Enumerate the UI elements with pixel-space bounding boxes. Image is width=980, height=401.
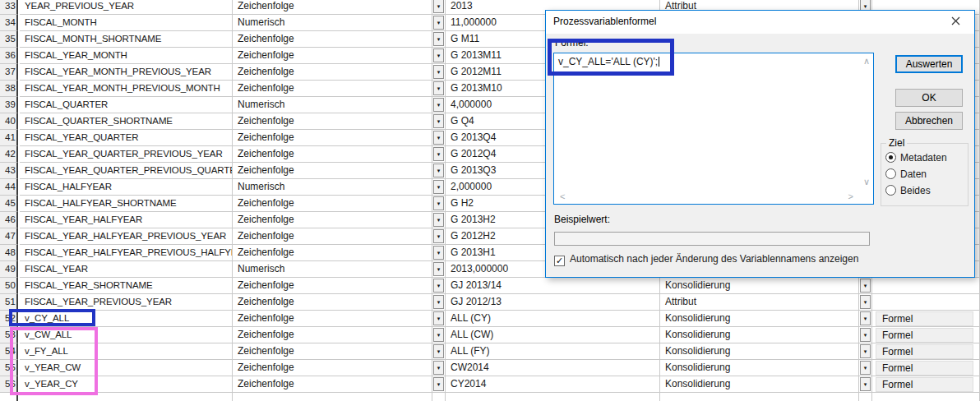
variable-name-cell[interactable]: FISCAL_YEAR_PREVIOUS_YEAR [20, 294, 233, 311]
value-cell[interactable] [446, 393, 660, 401]
type-cell[interactable]: Numerisch [233, 261, 432, 278]
variable-name-cell[interactable]: FISCAL_HALFYEAR [20, 179, 233, 196]
type-dropdown[interactable]: ▾ [432, 261, 446, 278]
type-cell[interactable]: Zeichenfolge [233, 212, 432, 228]
value-cell[interactable]: CW2014 [446, 360, 660, 376]
type-cell[interactable]: Zeichenfolge [233, 48, 432, 64]
row-number[interactable]: 40 [0, 113, 18, 130]
row-number[interactable]: 37 [0, 64, 18, 81]
value-cell[interactable]: ALL (CW) [446, 327, 660, 343]
row-number[interactable]: 48 [0, 245, 18, 261]
beispielwert-field[interactable] [554, 232, 870, 246]
type-dropdown[interactable]: ▾ [432, 15, 446, 31]
auswerten-button[interactable]: Auswerten [895, 55, 963, 73]
type-dropdown[interactable]: ▾ [432, 311, 446, 327]
type-dropdown[interactable]: ▾ [432, 179, 446, 196]
type-cell[interactable]: Zeichenfolge [233, 0, 432, 15]
type-cell[interactable]: Zeichenfolge [233, 278, 432, 294]
chevron-down-icon[interactable]: ▾ [860, 279, 871, 293]
attribute-cell[interactable]: Attribut [660, 294, 859, 311]
type-dropdown[interactable]: ▾ [432, 228, 446, 245]
chevron-down-icon[interactable]: ▾ [433, 180, 444, 194]
chevron-down-icon[interactable]: ▾ [860, 328, 871, 342]
row-number[interactable]: 50 [0, 278, 18, 294]
row-number[interactable]: 36 [0, 48, 18, 64]
variable-name-cell[interactable]: FISCAL_YEAR_QUARTER [20, 130, 233, 146]
type-cell[interactable]: Zeichenfolge [233, 130, 432, 146]
chevron-down-icon[interactable]: ▾ [860, 311, 871, 325]
type-cell[interactable] [233, 393, 432, 401]
type-dropdown[interactable]: ▾ [432, 294, 446, 311]
type-dropdown[interactable]: ▾ [432, 212, 446, 228]
row-number[interactable]: 34 [0, 15, 18, 31]
type-dropdown[interactable]: ▾ [432, 327, 446, 343]
variable-name-cell[interactable]: FISCAL_YEAR_QUARTER_PREVIOUS_QUARTER [20, 163, 233, 179]
type-cell[interactable]: Zeichenfolge [233, 245, 432, 261]
type-cell[interactable]: Zeichenfolge [233, 360, 432, 376]
type-dropdown[interactable]: ▾ [432, 113, 446, 130]
type-dropdown[interactable]: ▾ [432, 130, 446, 146]
chevron-down-icon[interactable]: ▾ [433, 131, 444, 145]
chevron-down-icon[interactable]: ▾ [433, 196, 444, 210]
chevron-down-icon[interactable]: ▾ [433, 279, 444, 293]
variable-name-cell[interactable]: FISCAL_YEAR_HALFYEAR_PREVIOUS_HALFYEAR [20, 245, 233, 261]
row-number[interactable]: 44 [0, 179, 18, 196]
radio-daten[interactable]: Daten [885, 168, 927, 180]
radio-beides[interactable]: Beides [885, 185, 931, 196]
type-cell[interactable]: Zeichenfolge [233, 81, 432, 97]
chevron-down-icon[interactable]: ▾ [860, 295, 871, 309]
chevron-down-icon[interactable]: ▾ [860, 377, 871, 391]
formel-button[interactable]: Formel [876, 377, 973, 392]
variable-name-cell[interactable]: FISCAL_MONTH [20, 15, 233, 31]
type-cell[interactable]: Numerisch [233, 97, 432, 113]
variable-name-cell[interactable]: FISCAL_QUARTER_SHORTNAME [20, 113, 233, 130]
variable-name-cell[interactable]: FISCAL_YEAR_MONTH [20, 48, 233, 64]
chevron-down-icon[interactable]: ▾ [433, 81, 444, 95]
chevron-down-icon[interactable]: ▾ [433, 114, 444, 128]
variable-name-cell[interactable]: FISCAL_YEAR_MONTH_PREVIOUS_YEAR [20, 64, 233, 81]
formel-button[interactable]: Formel [876, 361, 973, 376]
type-cell[interactable]: Zeichenfolge [233, 376, 432, 393]
chevron-down-icon[interactable]: ▾ [433, 48, 444, 62]
value-cell[interactable]: GJ 2013/14 [446, 278, 660, 294]
close-icon[interactable] [937, 11, 974, 34]
attribute-dropdown[interactable]: ▾ [859, 327, 872, 343]
type-cell[interactable]: Zeichenfolge [233, 228, 432, 245]
chevron-down-icon[interactable]: ▾ [433, 0, 444, 13]
row-number[interactable]: 45 [0, 196, 18, 212]
variable-name-cell[interactable]: FISCAL_HALFYEAR_SHORTNAME [20, 196, 233, 212]
type-dropdown[interactable]: ▾ [432, 343, 446, 360]
type-dropdown[interactable]: ▾ [432, 48, 446, 64]
variable-name-cell[interactable]: FISCAL_YEAR_HALFYEAR_PREVIOUS_YEAR [20, 228, 233, 245]
chevron-down-icon[interactable]: ▾ [433, 246, 444, 260]
chevron-down-icon[interactable]: ▾ [433, 328, 444, 342]
chevron-down-icon[interactable]: ▾ [433, 295, 444, 309]
scrollbar-left-icon[interactable]: < [560, 192, 565, 201]
chevron-down-icon[interactable]: ▾ [860, 361, 871, 375]
type-dropdown[interactable]: ▾ [432, 81, 446, 97]
value-cell[interactable]: ALL (FY) [446, 343, 660, 360]
attribute-cell[interactable]: Konsolidierung [660, 327, 859, 343]
chevron-down-icon[interactable]: ▾ [433, 98, 444, 112]
type-cell[interactable]: Zeichenfolge [233, 196, 432, 212]
type-dropdown[interactable]: ▾ [432, 97, 446, 113]
chevron-down-icon[interactable]: ▾ [433, 344, 444, 358]
type-cell[interactable]: Zeichenfolge [233, 113, 432, 130]
row-number[interactable]: 33 [0, 0, 18, 15]
row-number[interactable]: 38 [0, 81, 18, 97]
type-dropdown[interactable]: ▾ [432, 278, 446, 294]
type-dropdown[interactable]: ▾ [432, 245, 446, 261]
type-cell[interactable]: Numerisch [233, 15, 432, 31]
chevron-down-icon[interactable]: ▾ [433, 147, 444, 161]
formel-button[interactable]: Formel [876, 328, 973, 343]
variable-name-cell[interactable]: FISCAL_YEAR_SHORTNAME [20, 278, 233, 294]
type-dropdown[interactable]: ▾ [432, 196, 446, 212]
chevron-down-icon[interactable]: ▾ [433, 262, 444, 276]
attribute-dropdown[interactable]: ▾ [859, 360, 872, 376]
formel-button[interactable]: Formel [876, 311, 973, 326]
type-cell[interactable]: Zeichenfolge [233, 343, 432, 360]
row-number[interactable]: 42 [0, 146, 18, 163]
chevron-down-icon[interactable]: ▾ [433, 65, 444, 79]
variable-name-cell[interactable]: FISCAL_YEAR_HALFYEAR [20, 212, 233, 228]
type-dropdown[interactable]: ▾ [432, 0, 446, 15]
